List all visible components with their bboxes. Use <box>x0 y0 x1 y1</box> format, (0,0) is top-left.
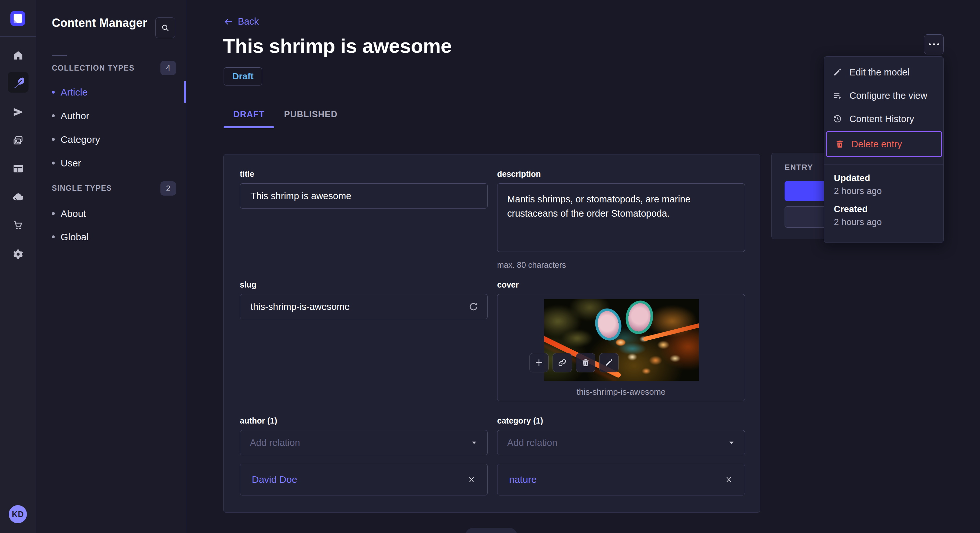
sidebar-item-category[interactable]: Category <box>52 128 175 151</box>
trash-icon <box>835 140 844 149</box>
menu-item-label: Configure the view <box>850 90 927 101</box>
slug-field-label: slug <box>240 280 488 289</box>
nav-content-type-builder-button[interactable] <box>8 159 29 179</box>
menu-item-label: Edit the model <box>850 67 909 78</box>
slug-field-group: slug <box>240 280 488 319</box>
menu-item-delete-entry[interactable]: Delete entry <box>827 132 942 156</box>
divider <box>52 55 67 56</box>
pencil-icon <box>832 67 842 77</box>
close-icon <box>725 475 733 484</box>
category-field-group: category (1) Add relation nature <box>497 416 745 495</box>
sidebar-item-user[interactable]: User <box>52 151 175 175</box>
relation-link[interactable]: David Doe <box>252 474 297 485</box>
home-icon <box>13 50 24 61</box>
images-icon <box>13 135 24 146</box>
bullet-icon <box>52 114 55 117</box>
gear-icon <box>13 249 24 260</box>
author-field-group: author (1) Add relation David Doe <box>240 416 488 495</box>
menu-item-edit-model[interactable]: Edit the model <box>824 60 943 84</box>
delete-media-button[interactable] <box>576 353 595 373</box>
relation-link[interactable]: nature <box>509 474 537 485</box>
sidebar-item-label: About <box>60 208 86 219</box>
back-label: Back <box>238 16 259 27</box>
category-field-label: category (1) <box>497 416 745 425</box>
nav-marketplace-button[interactable] <box>8 215 29 236</box>
add-media-button[interactable] <box>529 353 549 373</box>
single-types-count-badge: 2 <box>161 181 176 195</box>
list-plus-icon <box>832 90 842 100</box>
title-input[interactable] <box>240 183 488 209</box>
status-badge: Draft <box>224 67 262 86</box>
remove-relation-button[interactable] <box>725 475 733 484</box>
nav-releases-button[interactable] <box>8 102 29 122</box>
menu-item-configure-view[interactable]: Configure the view <box>824 84 943 107</box>
edit-media-button[interactable] <box>599 353 619 373</box>
strapi-logo-icon <box>14 14 22 23</box>
search-button[interactable] <box>155 17 175 38</box>
layout-icon <box>13 163 24 174</box>
avatar[interactable]: KD <box>9 505 27 523</box>
bullet-icon <box>52 162 55 165</box>
cloud-icon <box>12 191 24 203</box>
sidebar-item-label: Global <box>60 232 89 243</box>
copy-link-button[interactable] <box>552 353 572 373</box>
author-relation-select[interactable]: Add relation <box>240 430 488 455</box>
nav-settings-button[interactable] <box>8 244 29 265</box>
bullet-icon <box>52 235 55 238</box>
nav-home-button[interactable] <box>8 45 29 66</box>
bullet-icon <box>52 138 55 141</box>
author-field-label: author (1) <box>240 416 488 425</box>
bottom-partial-element[interactable] <box>465 528 517 533</box>
collection-types-label: COLLECTION TYPES <box>52 60 135 76</box>
cover-actions-toolbar <box>529 353 619 373</box>
divider <box>0 36 36 37</box>
chevron-down-icon <box>471 439 478 446</box>
menu-item-content-history[interactable]: Content History <box>824 107 943 130</box>
updated-value: 2 hours ago <box>834 186 934 196</box>
updated-label: Updated <box>834 173 934 183</box>
relation-placeholder: Add relation <box>250 438 300 448</box>
category-relation-item: nature <box>497 464 745 495</box>
description-textarea[interactable]: Mantis shrimps, or stomatopods, are mari… <box>497 183 745 252</box>
tab-draft[interactable]: DRAFT <box>224 108 274 128</box>
version-tabs: DRAFT PUBLISHED <box>224 108 347 128</box>
back-link[interactable]: Back <box>224 16 259 27</box>
sidebar-item-label: Author <box>60 110 89 121</box>
link-icon <box>557 358 567 368</box>
subnav-title: Content Manager <box>52 16 147 30</box>
sidebar-item-label: User <box>60 158 81 169</box>
description-field-group: description Mantis shrimps, or stomatopo… <box>497 169 745 270</box>
tab-published[interactable]: PUBLISHED <box>274 108 347 128</box>
strapi-logo[interactable] <box>10 11 25 26</box>
feather-icon <box>12 76 24 88</box>
sidebar-item-global[interactable]: Global <box>52 225 175 249</box>
cover-field-label: cover <box>497 280 745 289</box>
title-field-group: title <box>240 169 488 209</box>
more-actions-button[interactable] <box>924 34 944 54</box>
sidebar-item-author[interactable]: Author <box>52 104 175 128</box>
cover-field-group: cover <box>497 280 745 401</box>
menu-item-label: Content History <box>850 114 914 124</box>
regenerate-slug-button[interactable] <box>467 300 480 313</box>
trash-icon <box>581 358 590 367</box>
refresh-icon <box>468 301 479 312</box>
arrow-left-icon <box>224 17 233 27</box>
sidebar-item-label: Article <box>60 87 88 98</box>
sidebar-item-label: Category <box>60 134 100 145</box>
content-manager-subnav: Content Manager COLLECTION TYPES 4 Artic… <box>36 0 186 533</box>
page-title: This shrimp is awesome <box>223 34 452 57</box>
nav-media-library-button[interactable] <box>8 130 29 151</box>
created-label: Created <box>834 204 934 214</box>
sidebar-item-article[interactable]: Article <box>52 80 175 104</box>
slug-input[interactable] <box>240 294 488 319</box>
description-hint: max. 80 characters <box>497 260 745 270</box>
nav-content-button[interactable] <box>8 72 29 93</box>
nav-cloud-button[interactable] <box>8 187 29 207</box>
menu-item-label: Delete entry <box>851 139 902 150</box>
author-relation-item: David Doe <box>240 464 488 495</box>
nav-rail: KD <box>0 0 36 533</box>
category-relation-select[interactable]: Add relation <box>497 430 745 455</box>
remove-relation-button[interactable] <box>467 475 476 484</box>
title-field-label: title <box>240 169 488 179</box>
sidebar-item-about[interactable]: About <box>52 202 175 225</box>
